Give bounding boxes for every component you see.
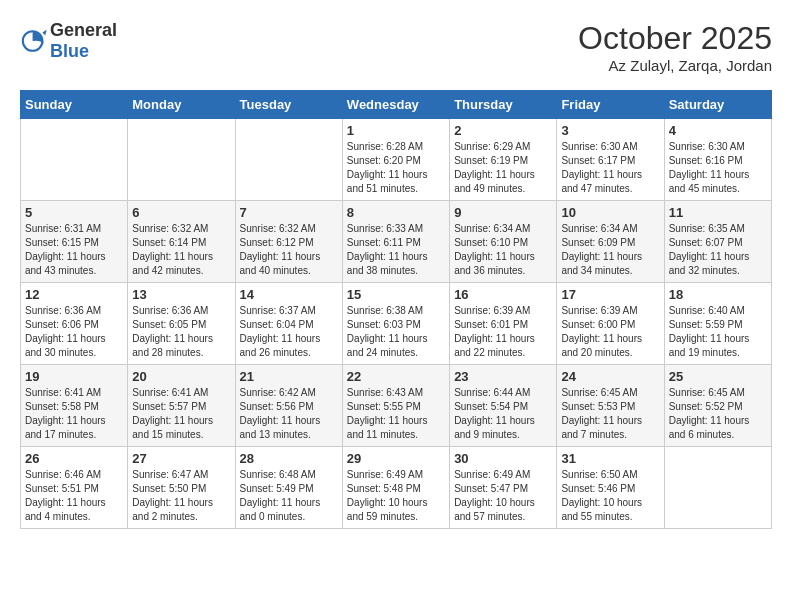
day-number: 25 xyxy=(669,369,767,384)
header-wednesday: Wednesday xyxy=(342,91,449,119)
day-number: 6 xyxy=(132,205,230,220)
day-cell: 19Sunrise: 6:41 AMSunset: 5:58 PMDayligh… xyxy=(21,365,128,447)
logo-blue: Blue xyxy=(50,41,89,61)
day-number: 8 xyxy=(347,205,445,220)
day-cell: 12Sunrise: 6:36 AMSunset: 6:06 PMDayligh… xyxy=(21,283,128,365)
day-info: Sunrise: 6:41 AMSunset: 5:58 PMDaylight:… xyxy=(25,386,123,442)
day-number: 30 xyxy=(454,451,552,466)
day-number: 1 xyxy=(347,123,445,138)
day-info: Sunrise: 6:47 AMSunset: 5:50 PMDaylight:… xyxy=(132,468,230,524)
day-number: 5 xyxy=(25,205,123,220)
header-row: Sunday Monday Tuesday Wednesday Thursday… xyxy=(21,91,772,119)
logo-icon xyxy=(20,27,48,55)
day-number: 12 xyxy=(25,287,123,302)
header-sunday: Sunday xyxy=(21,91,128,119)
day-number: 11 xyxy=(669,205,767,220)
day-number: 27 xyxy=(132,451,230,466)
day-info: Sunrise: 6:48 AMSunset: 5:49 PMDaylight:… xyxy=(240,468,338,524)
day-info: Sunrise: 6:38 AMSunset: 6:03 PMDaylight:… xyxy=(347,304,445,360)
day-cell: 4Sunrise: 6:30 AMSunset: 6:16 PMDaylight… xyxy=(664,119,771,201)
day-cell: 9Sunrise: 6:34 AMSunset: 6:10 PMDaylight… xyxy=(450,201,557,283)
day-info: Sunrise: 6:44 AMSunset: 5:54 PMDaylight:… xyxy=(454,386,552,442)
day-cell: 25Sunrise: 6:45 AMSunset: 5:52 PMDayligh… xyxy=(664,365,771,447)
day-cell: 14Sunrise: 6:37 AMSunset: 6:04 PMDayligh… xyxy=(235,283,342,365)
day-info: Sunrise: 6:50 AMSunset: 5:46 PMDaylight:… xyxy=(561,468,659,524)
day-cell: 7Sunrise: 6:32 AMSunset: 6:12 PMDaylight… xyxy=(235,201,342,283)
day-number: 20 xyxy=(132,369,230,384)
day-info: Sunrise: 6:35 AMSunset: 6:07 PMDaylight:… xyxy=(669,222,767,278)
day-cell: 17Sunrise: 6:39 AMSunset: 6:00 PMDayligh… xyxy=(557,283,664,365)
day-info: Sunrise: 6:39 AMSunset: 6:01 PMDaylight:… xyxy=(454,304,552,360)
day-number: 23 xyxy=(454,369,552,384)
page-header: General Blue October 2025 Az Zulayl, Zar… xyxy=(20,20,772,74)
day-info: Sunrise: 6:49 AMSunset: 5:48 PMDaylight:… xyxy=(347,468,445,524)
day-number: 24 xyxy=(561,369,659,384)
day-number: 15 xyxy=(347,287,445,302)
day-cell: 11Sunrise: 6:35 AMSunset: 6:07 PMDayligh… xyxy=(664,201,771,283)
calendar-table: Sunday Monday Tuesday Wednesday Thursday… xyxy=(20,90,772,529)
day-cell: 5Sunrise: 6:31 AMSunset: 6:15 PMDaylight… xyxy=(21,201,128,283)
month-title: October 2025 xyxy=(578,20,772,57)
day-cell xyxy=(128,119,235,201)
day-cell: 24Sunrise: 6:45 AMSunset: 5:53 PMDayligh… xyxy=(557,365,664,447)
day-cell: 28Sunrise: 6:48 AMSunset: 5:49 PMDayligh… xyxy=(235,447,342,529)
day-number: 21 xyxy=(240,369,338,384)
day-cell: 22Sunrise: 6:43 AMSunset: 5:55 PMDayligh… xyxy=(342,365,449,447)
day-info: Sunrise: 6:41 AMSunset: 5:57 PMDaylight:… xyxy=(132,386,230,442)
day-cell xyxy=(21,119,128,201)
header-friday: Friday xyxy=(557,91,664,119)
logo: General Blue xyxy=(20,20,117,62)
day-number: 31 xyxy=(561,451,659,466)
day-number: 26 xyxy=(25,451,123,466)
day-info: Sunrise: 6:32 AMSunset: 6:14 PMDaylight:… xyxy=(132,222,230,278)
day-info: Sunrise: 6:29 AMSunset: 6:19 PMDaylight:… xyxy=(454,140,552,196)
day-cell: 26Sunrise: 6:46 AMSunset: 5:51 PMDayligh… xyxy=(21,447,128,529)
day-info: Sunrise: 6:31 AMSunset: 6:15 PMDaylight:… xyxy=(25,222,123,278)
day-info: Sunrise: 6:36 AMSunset: 6:06 PMDaylight:… xyxy=(25,304,123,360)
header-saturday: Saturday xyxy=(664,91,771,119)
day-info: Sunrise: 6:34 AMSunset: 6:09 PMDaylight:… xyxy=(561,222,659,278)
day-cell: 27Sunrise: 6:47 AMSunset: 5:50 PMDayligh… xyxy=(128,447,235,529)
day-cell: 18Sunrise: 6:40 AMSunset: 5:59 PMDayligh… xyxy=(664,283,771,365)
day-number: 3 xyxy=(561,123,659,138)
day-cell: 29Sunrise: 6:49 AMSunset: 5:48 PMDayligh… xyxy=(342,447,449,529)
day-number: 29 xyxy=(347,451,445,466)
header-thursday: Thursday xyxy=(450,91,557,119)
title-area: October 2025 Az Zulayl, Zarqa, Jordan xyxy=(578,20,772,74)
day-cell: 13Sunrise: 6:36 AMSunset: 6:05 PMDayligh… xyxy=(128,283,235,365)
day-info: Sunrise: 6:45 AMSunset: 5:53 PMDaylight:… xyxy=(561,386,659,442)
day-cell: 10Sunrise: 6:34 AMSunset: 6:09 PMDayligh… xyxy=(557,201,664,283)
week-row-2: 5Sunrise: 6:31 AMSunset: 6:15 PMDaylight… xyxy=(21,201,772,283)
day-number: 18 xyxy=(669,287,767,302)
day-cell: 2Sunrise: 6:29 AMSunset: 6:19 PMDaylight… xyxy=(450,119,557,201)
day-cell xyxy=(235,119,342,201)
day-cell: 8Sunrise: 6:33 AMSunset: 6:11 PMDaylight… xyxy=(342,201,449,283)
header-tuesday: Tuesday xyxy=(235,91,342,119)
day-info: Sunrise: 6:39 AMSunset: 6:00 PMDaylight:… xyxy=(561,304,659,360)
day-number: 28 xyxy=(240,451,338,466)
header-monday: Monday xyxy=(128,91,235,119)
day-number: 2 xyxy=(454,123,552,138)
day-number: 9 xyxy=(454,205,552,220)
day-info: Sunrise: 6:49 AMSunset: 5:47 PMDaylight:… xyxy=(454,468,552,524)
week-row-3: 12Sunrise: 6:36 AMSunset: 6:06 PMDayligh… xyxy=(21,283,772,365)
day-info: Sunrise: 6:34 AMSunset: 6:10 PMDaylight:… xyxy=(454,222,552,278)
location: Az Zulayl, Zarqa, Jordan xyxy=(578,57,772,74)
day-cell: 20Sunrise: 6:41 AMSunset: 5:57 PMDayligh… xyxy=(128,365,235,447)
day-info: Sunrise: 6:45 AMSunset: 5:52 PMDaylight:… xyxy=(669,386,767,442)
day-info: Sunrise: 6:42 AMSunset: 5:56 PMDaylight:… xyxy=(240,386,338,442)
day-info: Sunrise: 6:37 AMSunset: 6:04 PMDaylight:… xyxy=(240,304,338,360)
day-info: Sunrise: 6:28 AMSunset: 6:20 PMDaylight:… xyxy=(347,140,445,196)
day-info: Sunrise: 6:33 AMSunset: 6:11 PMDaylight:… xyxy=(347,222,445,278)
day-info: Sunrise: 6:30 AMSunset: 6:17 PMDaylight:… xyxy=(561,140,659,196)
day-number: 13 xyxy=(132,287,230,302)
day-cell: 21Sunrise: 6:42 AMSunset: 5:56 PMDayligh… xyxy=(235,365,342,447)
day-info: Sunrise: 6:40 AMSunset: 5:59 PMDaylight:… xyxy=(669,304,767,360)
day-cell: 31Sunrise: 6:50 AMSunset: 5:46 PMDayligh… xyxy=(557,447,664,529)
day-info: Sunrise: 6:30 AMSunset: 6:16 PMDaylight:… xyxy=(669,140,767,196)
day-cell: 6Sunrise: 6:32 AMSunset: 6:14 PMDaylight… xyxy=(128,201,235,283)
day-cell xyxy=(664,447,771,529)
day-number: 16 xyxy=(454,287,552,302)
day-cell: 15Sunrise: 6:38 AMSunset: 6:03 PMDayligh… xyxy=(342,283,449,365)
day-cell: 1Sunrise: 6:28 AMSunset: 6:20 PMDaylight… xyxy=(342,119,449,201)
